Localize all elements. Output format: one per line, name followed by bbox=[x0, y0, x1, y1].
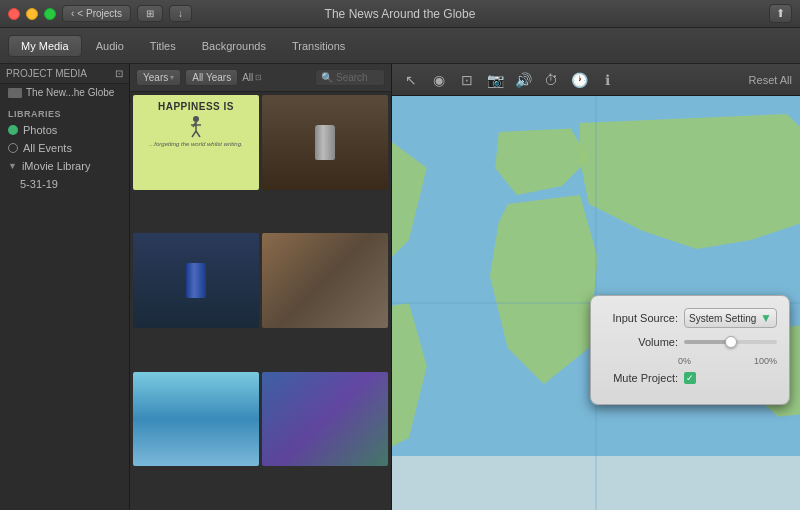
search-icon: 🔍 bbox=[321, 72, 333, 83]
photos-icon bbox=[8, 125, 18, 135]
all-years-filter-button[interactable]: All Years bbox=[185, 69, 238, 86]
search-box[interactable]: 🔍 Search bbox=[315, 69, 385, 86]
camera-button[interactable]: 📷 bbox=[484, 69, 506, 91]
film-icon bbox=[8, 88, 22, 98]
preview-toolbar: ↖ ◉ ⊡ 📷 🔊 ⏱ 🕐 ℹ Reset All bbox=[392, 64, 800, 96]
expand-icon: ▼ bbox=[8, 161, 17, 171]
mute-row: Mute Project: ✓ bbox=[603, 372, 777, 384]
input-source-row: Input Source: System Setting ▼ bbox=[603, 308, 777, 328]
clock-button[interactable]: 🕐 bbox=[568, 69, 590, 91]
minimize-button[interactable] bbox=[26, 8, 38, 20]
years-label: Years bbox=[143, 72, 168, 83]
tab-backgrounds[interactable]: Backgrounds bbox=[190, 36, 278, 56]
titlebar: ‹ < Projects ⊞ ↓ The News Around the Glo… bbox=[0, 0, 800, 28]
project-media-label: PROJECT MEDIA bbox=[6, 68, 87, 79]
close-button[interactable] bbox=[8, 8, 20, 20]
date-label: 5-31-19 bbox=[20, 178, 58, 190]
svg-line-4 bbox=[196, 131, 200, 137]
volume-row: Volume: bbox=[603, 336, 777, 348]
sidebar: PROJECT MEDIA ⊡ The New...he Globe LIBRA… bbox=[0, 64, 130, 510]
arrange-icon: ⊞ bbox=[146, 8, 154, 19]
content-area: Years ▾ All Years All ⊡ 🔍 Search HAPPINE… bbox=[130, 64, 392, 510]
all-years-label: All Years bbox=[192, 72, 231, 83]
input-source-label: Input Source: bbox=[603, 312, 678, 324]
libraries-header: LIBRARIES bbox=[0, 105, 129, 121]
media-item-blue-can[interactable] bbox=[133, 233, 259, 328]
crop-button[interactable]: ⊡ bbox=[456, 69, 478, 91]
all-label: All bbox=[242, 72, 253, 83]
media-toolbar: Years ▾ All Years All ⊡ 🔍 Search bbox=[130, 64, 391, 92]
project-media-header: PROJECT MEDIA ⊡ bbox=[0, 64, 129, 84]
color-wheel-button[interactable]: ◉ bbox=[428, 69, 450, 91]
select-chevron-icon: ▼ bbox=[760, 311, 772, 325]
audio-icon: 🔊 bbox=[515, 72, 532, 88]
preview-panel: ↖ ◉ ⊡ 📷 🔊 ⏱ 🕐 ℹ Reset All bbox=[392, 64, 800, 510]
reset-all-button[interactable]: Reset All bbox=[749, 74, 792, 86]
all-filter: All ⊡ bbox=[242, 72, 262, 83]
media-item-happiness[interactable]: HAPPINESS IS ...forgetting the world whi… bbox=[133, 95, 259, 190]
happiness-title: HAPPINESS IS bbox=[158, 101, 234, 113]
download-button[interactable]: ↓ bbox=[169, 5, 192, 22]
crop-icon: ⊡ bbox=[461, 72, 473, 88]
volume-labels: 0% 100% bbox=[603, 356, 777, 372]
main-layout: PROJECT MEDIA ⊡ The New...he Globe LIBRA… bbox=[0, 64, 800, 510]
sidebar-item-5-31-19[interactable]: 5-31-19 bbox=[0, 175, 129, 193]
media-item-market[interactable] bbox=[262, 233, 388, 328]
photos-label: Photos bbox=[23, 124, 57, 136]
settings-popup: Input Source: System Setting ▼ Volume: 0… bbox=[590, 295, 790, 405]
share-button[interactable]: ⬆ bbox=[769, 4, 792, 23]
input-source-select[interactable]: System Setting ▼ bbox=[684, 308, 777, 328]
volume-slider-thumb[interactable] bbox=[725, 336, 737, 348]
search-placeholder: Search bbox=[336, 72, 368, 83]
happiness-subtitle: ...forgetting the world whilst writing. bbox=[149, 141, 242, 147]
volume-max-label: 100% bbox=[754, 356, 777, 366]
info-icon: ℹ bbox=[605, 72, 610, 88]
info-button[interactable]: ℹ bbox=[596, 69, 618, 91]
speedometer-icon: ⏱ bbox=[544, 72, 558, 88]
input-source-value: System Setting bbox=[689, 313, 756, 324]
svg-line-3 bbox=[192, 131, 196, 137]
share-icon: ⬆ bbox=[776, 7, 785, 19]
all-chevron-icon: ⊡ bbox=[255, 73, 262, 82]
media-item-drink[interactable] bbox=[262, 95, 388, 190]
svg-point-0 bbox=[193, 116, 199, 122]
happiness-figure bbox=[186, 115, 206, 139]
toolbar: My Media Audio Titles Backgrounds Transi… bbox=[0, 28, 800, 64]
volume-label: Volume: bbox=[603, 336, 678, 348]
media-item-phone[interactable] bbox=[262, 372, 388, 467]
years-filter-button[interactable]: Years ▾ bbox=[136, 69, 181, 86]
arrange-button[interactable]: ⊞ bbox=[137, 5, 163, 22]
camera-icon: 📷 bbox=[487, 72, 504, 88]
traffic-lights bbox=[8, 8, 56, 20]
cursor-icon: ↖ bbox=[405, 72, 417, 88]
can-shape bbox=[315, 125, 335, 160]
media-item-ocean[interactable] bbox=[133, 372, 259, 467]
volume-min-label: 0% bbox=[678, 356, 691, 366]
checkmark-icon: ✓ bbox=[686, 373, 694, 383]
sidebar-item-photos[interactable]: Photos bbox=[0, 121, 129, 139]
speed-button[interactable]: ⏱ bbox=[540, 69, 562, 91]
projects-label: < Projects bbox=[77, 8, 122, 19]
tab-transitions[interactable]: Transitions bbox=[280, 36, 357, 56]
sidebar-item-all-events[interactable]: All Events bbox=[0, 139, 129, 157]
all-events-icon bbox=[8, 143, 18, 153]
audio-button[interactable]: 🔊 bbox=[512, 69, 534, 91]
clock-icon: 🕐 bbox=[571, 72, 588, 88]
cursor-tool-button[interactable]: ↖ bbox=[400, 69, 422, 91]
volume-slider[interactable] bbox=[684, 340, 777, 344]
tab-audio[interactable]: Audio bbox=[84, 36, 136, 56]
mute-checkbox[interactable]: ✓ bbox=[684, 372, 696, 384]
titlebar-right: ⬆ bbox=[769, 4, 792, 23]
tab-my-media[interactable]: My Media bbox=[8, 35, 82, 57]
project-item-label: The New...he Globe bbox=[26, 87, 114, 98]
tab-titles[interactable]: Titles bbox=[138, 36, 188, 56]
maximize-button[interactable] bbox=[44, 8, 56, 20]
media-grid: HAPPINESS IS ...forgetting the world whi… bbox=[130, 92, 391, 510]
projects-button[interactable]: ‹ < Projects bbox=[62, 5, 131, 22]
collapse-icon: ⊡ bbox=[115, 68, 123, 79]
chevron-down-icon: ▾ bbox=[170, 73, 174, 82]
window-title: The News Around the Globe bbox=[325, 7, 476, 21]
sidebar-item-imovie-library[interactable]: ▼ iMovie Library bbox=[0, 157, 129, 175]
project-item[interactable]: The New...he Globe bbox=[0, 84, 129, 101]
blue-can-shape bbox=[186, 263, 206, 298]
